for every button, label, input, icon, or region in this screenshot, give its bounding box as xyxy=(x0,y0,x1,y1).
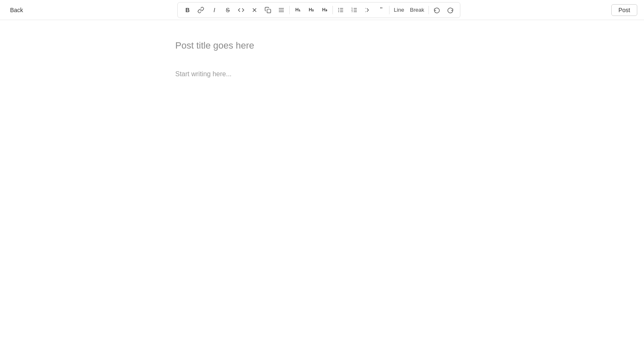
strikethrough-button[interactable]: S xyxy=(221,4,234,16)
code-icon xyxy=(238,7,244,13)
line-button[interactable]: Line xyxy=(391,4,407,16)
divider-2 xyxy=(332,6,333,14)
quote-button[interactable]: " xyxy=(375,4,387,16)
redo-button[interactable] xyxy=(444,4,457,16)
divider-3 xyxy=(389,6,390,14)
svg-point-9 xyxy=(338,8,339,9)
svg-point-10 xyxy=(338,10,339,10)
post-button[interactable]: Post xyxy=(611,4,637,16)
x-icon xyxy=(251,7,258,13)
ordered-list-button[interactable]: 1. 2. 3. xyxy=(348,4,361,16)
bullet-list-icon xyxy=(338,7,344,13)
post-body[interactable]: Start writing here... xyxy=(175,67,469,151)
link-button[interactable] xyxy=(195,4,207,16)
indent-button[interactable] xyxy=(361,4,374,16)
code-button[interactable] xyxy=(235,4,247,16)
indent-icon xyxy=(364,7,371,13)
bullet-list-button[interactable] xyxy=(335,4,347,16)
post-title[interactable]: Post title goes here xyxy=(175,37,469,54)
divider-4 xyxy=(428,6,429,14)
undo-button[interactable] xyxy=(431,4,443,16)
toolbar: B I S xyxy=(177,2,460,18)
clear-button[interactable] xyxy=(248,4,261,16)
undo-icon xyxy=(434,7,440,13)
svg-point-11 xyxy=(338,11,339,12)
editor-container: Post title goes here Start writing here.… xyxy=(0,20,644,168)
clipboard-icon xyxy=(265,7,271,13)
divider-1 xyxy=(289,6,290,14)
align-button[interactable] xyxy=(275,4,288,16)
clipboard-button[interactable] xyxy=(262,4,274,16)
h2-button[interactable]: H₂ xyxy=(305,4,317,16)
align-icon xyxy=(278,7,285,13)
ordered-list-icon: 1. 2. 3. xyxy=(351,7,358,13)
italic-button[interactable]: I xyxy=(208,4,221,16)
back-button[interactable]: Back xyxy=(7,5,26,15)
editor-inner: Post title goes here Start writing here.… xyxy=(175,37,469,151)
redo-icon xyxy=(447,7,454,13)
link-icon xyxy=(197,7,204,13)
svg-text:3.: 3. xyxy=(352,10,353,13)
svg-rect-2 xyxy=(267,9,271,13)
h3-button[interactable]: H₃ xyxy=(318,4,331,16)
bold-button[interactable]: B xyxy=(181,4,194,16)
h1-button[interactable]: H₁ xyxy=(291,4,304,16)
header: Back B I S xyxy=(0,0,644,20)
break-button[interactable]: Break xyxy=(408,4,427,16)
